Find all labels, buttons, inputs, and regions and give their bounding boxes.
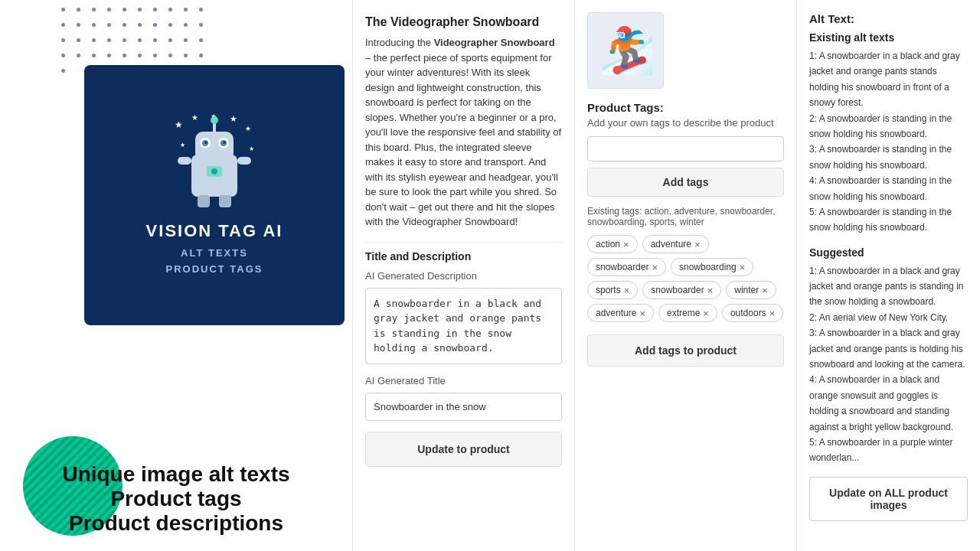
svg-rect-21 xyxy=(198,195,210,207)
tag-remove-icon[interactable]: × xyxy=(694,240,701,249)
tag-chip: snowboarding × xyxy=(671,258,753,276)
tag-label: extreme xyxy=(667,308,700,318)
suggested-alt-list: 1: A snowboarder in a black and gray jac… xyxy=(809,263,968,466)
product-name-bold: Videographer Snowboard xyxy=(434,37,555,48)
tag-remove-icon[interactable]: × xyxy=(623,240,629,249)
product-title: The Videographer Snowboard xyxy=(365,15,562,29)
tag-label: snowboarder xyxy=(651,285,704,295)
alt-text-panel: Alt Text: Existing alt texts 1: A snowbo… xyxy=(796,0,980,551)
tag-chip: adventure × xyxy=(642,235,709,253)
svg-text:★: ★ xyxy=(230,114,237,123)
tag-label: snowboarding xyxy=(679,262,737,272)
tag-remove-icon[interactable]: × xyxy=(740,262,746,272)
brand-tagline: ALT TEXTS PRODUCT TAGS xyxy=(165,246,263,278)
tag-label: outdoors xyxy=(730,308,766,318)
tag-chip: winter × xyxy=(726,281,776,299)
tag-chip: adventure × xyxy=(587,304,654,322)
svg-point-16 xyxy=(224,142,226,144)
svg-text:★: ★ xyxy=(249,145,254,152)
marketing-line2: Product tags xyxy=(0,487,352,511)
tag-remove-icon[interactable]: × xyxy=(703,308,709,318)
tag-label: adventure xyxy=(651,239,691,249)
svg-text:★: ★ xyxy=(180,142,185,148)
tag-chip: snowboarder × xyxy=(642,281,721,299)
update-all-images-button[interactable]: Update on ALL product images xyxy=(809,477,968,521)
svg-text:★: ★ xyxy=(191,113,198,122)
tag-label: action xyxy=(596,239,620,249)
product-tags-subtitle: Add your own tags to describe the produc… xyxy=(587,117,784,129)
tag-label: snowboarder xyxy=(596,262,648,272)
product-tags-title: Product Tags: xyxy=(587,101,784,114)
marketing-line1: Unique image alt texts xyxy=(0,462,352,487)
tag-chip: action × xyxy=(587,235,638,253)
update-to-product-button[interactable]: Update to product xyxy=(365,432,562,467)
svg-point-10 xyxy=(211,116,218,124)
product-thumbnail: 🏂 xyxy=(587,12,664,89)
svg-text:★: ★ xyxy=(245,125,251,132)
alt-suggested-3: 3: A snowboarder in a black and gray jac… xyxy=(809,325,968,372)
alt-suggested-2: 2: An aerial view of New York City. xyxy=(809,310,968,325)
tags-input[interactable] xyxy=(587,136,784,161)
alt-suggested-4: 4: A snowboarder in a black and orange s… xyxy=(809,372,968,435)
title-section-label: Title and Description xyxy=(365,242,562,262)
tags-container: action × adventure × snowboarder × snowb… xyxy=(587,235,784,322)
alt-suggested-1: 1: A snowboarder in a black and gray jac… xyxy=(809,263,968,310)
suggested-alt-title: Suggested xyxy=(809,246,968,259)
svg-point-15 xyxy=(205,142,207,144)
svg-rect-20 xyxy=(237,157,251,165)
marketing-text: Unique image alt texts Product tags Prod… xyxy=(0,462,352,536)
alt-text-title: Alt Text: xyxy=(809,12,968,25)
tags-panel: 🏂 Product Tags: Add your own tags to des… xyxy=(574,0,796,551)
svg-rect-22 xyxy=(219,195,231,207)
marketing-line3: Product descriptions xyxy=(0,511,352,536)
tag-label: sports xyxy=(596,285,621,295)
add-tags-button[interactable]: Add tags xyxy=(587,168,784,197)
svg-rect-19 xyxy=(178,157,191,165)
tag-remove-icon[interactable]: × xyxy=(639,308,645,318)
tag-remove-icon[interactable]: × xyxy=(769,308,776,318)
alt-existing-5: 5: A snowboarder is standing in the snow… xyxy=(809,204,968,236)
product-description: Introducing the Videographer Snowboard –… xyxy=(365,35,562,230)
tag-chip: sports × xyxy=(587,281,638,299)
svg-point-18 xyxy=(211,168,217,174)
alt-existing-2: 2: A snowboarder is standing in the snow… xyxy=(809,111,968,142)
alt-suggested-5: 5: A snowboarder in a purple winter wond… xyxy=(809,435,968,466)
alt-existing-3: 3: A snowboarder is standing in the snow… xyxy=(809,142,968,173)
product-desc-text: – the perfect piece of sports equipment … xyxy=(365,52,561,228)
add-tags-to-product-button[interactable]: Add tags to product xyxy=(587,334,784,367)
tag-remove-icon[interactable]: × xyxy=(707,285,714,295)
existing-tags-label: Existing tags: action, adventure, snowbo… xyxy=(587,206,784,227)
tag-chip: outdoors × xyxy=(722,304,783,322)
alt-existing-1: 1: A snowboarder in a black and gray jac… xyxy=(809,48,968,111)
left-panel: ★ ★ ★ ★ ★ ★ ★ xyxy=(0,0,352,551)
tag-remove-icon[interactable]: × xyxy=(762,285,768,295)
tag-remove-icon[interactable]: × xyxy=(624,285,630,295)
alt-existing-4: 4: A snowboarder is standing in the snow… xyxy=(809,173,968,204)
brand-name: VISION TAG AI xyxy=(146,221,283,241)
logo-card: ★ ★ ★ ★ ★ ★ ★ xyxy=(84,65,345,325)
tag-chip: snowboarder × xyxy=(587,258,666,276)
ai-desc-label: AI Generated Description xyxy=(365,270,562,282)
existing-alt-title: Existing alt texts xyxy=(809,31,968,44)
svg-text:★: ★ xyxy=(175,119,183,130)
robot-icon: ★ ★ ★ ★ ★ ★ ★ xyxy=(168,112,260,212)
product-description-panel: The Videographer Snowboard Introducing t… xyxy=(352,0,574,551)
tag-label: adventure xyxy=(596,308,636,318)
ai-title-label: AI Generated Title xyxy=(365,375,562,386)
existing-alt-list: 1: A snowboarder in a black and gray jac… xyxy=(809,48,968,236)
tag-chip: extreme × xyxy=(658,304,717,322)
snowboarder-emoji: 🏂 xyxy=(599,24,656,77)
tag-label: winter xyxy=(734,285,759,295)
ai-description-textarea[interactable] xyxy=(365,288,562,364)
ai-title-input[interactable] xyxy=(365,393,562,421)
tag-remove-icon[interactable]: × xyxy=(652,262,658,272)
